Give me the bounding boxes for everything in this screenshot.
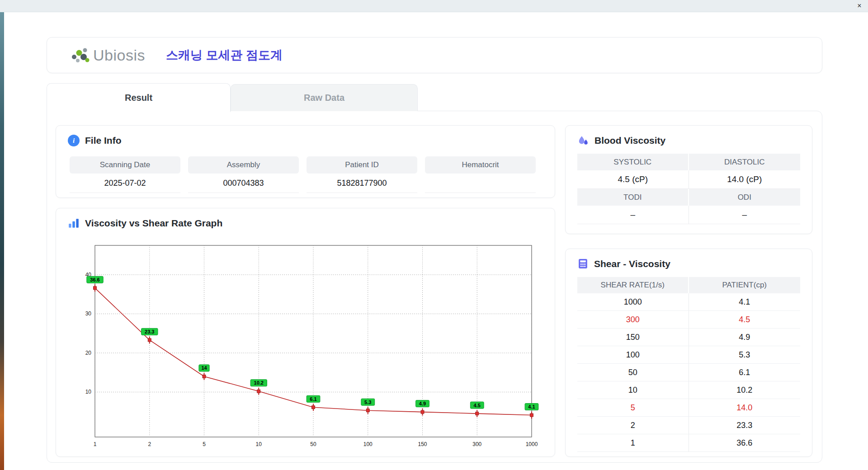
chart-marker <box>94 287 97 290</box>
file-field-patient-id: Patient ID51828177900 <box>307 156 417 193</box>
patient-viscosity-cell: 23.3 <box>689 417 801 434</box>
table-row: 223.3 <box>577 417 800 434</box>
chart-marker <box>366 409 369 412</box>
x-tick-label: 150 <box>418 441 427 447</box>
tabs: ResultRaw Data <box>47 83 418 112</box>
field-value: 2025-07-02 <box>70 174 180 193</box>
file-info-card: i File Info Scanning Date2025-07-02Assem… <box>56 125 555 198</box>
shear-viscosity-title: Shear - Viscosity <box>594 258 670 269</box>
bv-value-odi: – <box>689 206 801 224</box>
app-title: 스캐닝 모세관 점도계 <box>166 47 283 63</box>
patient-viscosity-cell: 6.1 <box>689 364 801 381</box>
point-label: 23.3 <box>145 329 154 334</box>
point-label: 4.5 <box>474 403 481 408</box>
shear-rate-cell: 300 <box>577 311 689 329</box>
table-row: 506.1 <box>577 364 800 381</box>
field-value: 51828177900 <box>307 174 417 193</box>
table-row: 136.6 <box>577 434 800 452</box>
x-tick-label: 1000 <box>526 441 538 447</box>
shear-viscosity-title-row: Shear - Viscosity <box>566 249 812 269</box>
shear-table: SHEAR RATE(1/s) PATIENT(cp) 10004.13004.… <box>577 277 800 452</box>
x-tick-label: 300 <box>472 441 481 447</box>
shear-table-body: 10004.13004.51504.91005.3506.11010.2514.… <box>577 293 800 452</box>
field-label: Assembly <box>188 156 299 174</box>
y-tick-label: 30 <box>85 310 92 317</box>
table-icon <box>577 258 589 269</box>
chart-area: 125105010015030010001020304036.623.31410… <box>73 239 539 454</box>
blood-viscosity-grid: SYSTOLICDIASTOLIC4.5 (cP)14.0 (cP)TODIOD… <box>577 154 800 224</box>
blood-viscosity-card: Blood Viscosity SYSTOLICDIASTOLIC4.5 (cP… <box>565 125 812 234</box>
screen: × Ubiosis 스캐닝 모세관 점도계 ResultRaw Data <box>0 0 868 470</box>
bv-value-systolic: 4.5 (cP) <box>577 170 689 189</box>
bv-label-diastolic: DIASTOLIC <box>689 154 801 170</box>
shear-rate-cell: 150 <box>577 329 689 346</box>
shear-rate-cell: 1 <box>577 434 689 452</box>
patient-viscosity-cell: 5.3 <box>689 346 801 364</box>
blood-viscosity-title: Blood Viscosity <box>594 135 665 146</box>
x-tick-label: 5 <box>203 441 206 447</box>
file-info-title: File Info <box>85 135 122 146</box>
table-row: 514.0 <box>577 399 800 417</box>
shear-rate-cell: 100 <box>577 346 689 364</box>
field-value: 000704383 <box>188 174 299 193</box>
patient-viscosity-cell: 4.9 <box>689 329 801 346</box>
bv-label-odi: ODI <box>689 189 801 206</box>
bv-label-systolic: SYSTOLIC <box>577 154 689 170</box>
patient-column-header: PATIENT(cp) <box>689 277 801 293</box>
table-row: 3004.5 <box>577 311 800 329</box>
close-button[interactable]: × <box>854 1 864 11</box>
x-tick-label: 50 <box>310 441 316 447</box>
file-field-assembly: Assembly000704383 <box>188 156 299 193</box>
shear-rate-column-header: SHEAR RATE(1/s) <box>577 277 689 293</box>
file-field-scanning-date: Scanning Date2025-07-02 <box>70 156 180 193</box>
point-label: 5.3 <box>364 400 371 405</box>
desktop-edge-strip <box>0 12 4 470</box>
table-row: 1504.9 <box>577 329 800 346</box>
shear-viscosity-card: Shear - Viscosity SHEAR RATE(1/s) PATIEN… <box>565 249 812 457</box>
point-label: 36.6 <box>90 277 99 282</box>
droplets-icon <box>577 135 589 146</box>
patient-viscosity-cell: 36.6 <box>689 434 801 452</box>
chart-marker <box>421 410 424 414</box>
patient-viscosity-cell: 4.1 <box>689 293 801 311</box>
point-label: 14 <box>201 365 207 371</box>
point-label: 10.2 <box>254 380 264 385</box>
patient-viscosity-cell: 10.2 <box>689 381 801 399</box>
x-tick-label: 2 <box>148 441 151 447</box>
point-label: 4.9 <box>419 401 426 406</box>
graph-card: Viscosity vs Shear Rate Graph 1251050100… <box>56 208 555 457</box>
chart-marker <box>257 390 260 393</box>
ubiosis-logo: Ubiosis <box>70 45 145 66</box>
tab-result[interactable]: Result <box>47 83 231 112</box>
info-icon: i <box>68 135 80 146</box>
shear-table-header: SHEAR RATE(1/s) PATIENT(cp) <box>577 277 800 293</box>
file-field-hematocrit: Hematocrit <box>425 156 536 193</box>
y-tick-label: 20 <box>85 350 92 356</box>
chart-marker <box>476 412 479 415</box>
file-info-title-row: i File Info <box>56 126 555 146</box>
header-card: Ubiosis 스캐닝 모세관 점도계 <box>47 37 822 73</box>
table-row: 1010.2 <box>577 381 800 399</box>
file-info-fields: Scanning Date2025-07-02Assembly000704383… <box>70 156 536 193</box>
point-label: 4.1 <box>528 404 535 409</box>
viscosity-chart: 125105010015030010001020304036.623.31410… <box>73 239 539 452</box>
shear-rate-cell: 50 <box>577 364 689 381</box>
chart-marker <box>203 375 206 378</box>
field-label: Hematocrit <box>425 156 536 174</box>
tab-raw-data[interactable]: Raw Data <box>231 84 418 111</box>
table-row: 10004.1 <box>577 293 800 311</box>
x-tick-label: 10 <box>256 441 262 447</box>
blood-viscosity-title-row: Blood Viscosity <box>566 126 812 146</box>
field-label: Scanning Date <box>70 156 180 174</box>
field-value <box>425 174 536 193</box>
result-panel: i File Info Scanning Date2025-07-02Assem… <box>47 111 822 463</box>
bv-label-todi: TODI <box>577 189 689 206</box>
x-tick-label: 1 <box>94 441 97 447</box>
shear-rate-cell: 1000 <box>577 293 689 311</box>
graph-title-row: Viscosity vs Shear Rate Graph <box>56 208 555 229</box>
app-window: Ubiosis 스캐닝 모세관 점도계 ResultRaw Data i Fil… <box>4 12 868 470</box>
field-label: Patient ID <box>307 156 417 174</box>
chart-marker <box>530 414 533 417</box>
x-tick-label: 100 <box>363 441 373 447</box>
patient-viscosity-cell: 14.0 <box>689 399 801 417</box>
